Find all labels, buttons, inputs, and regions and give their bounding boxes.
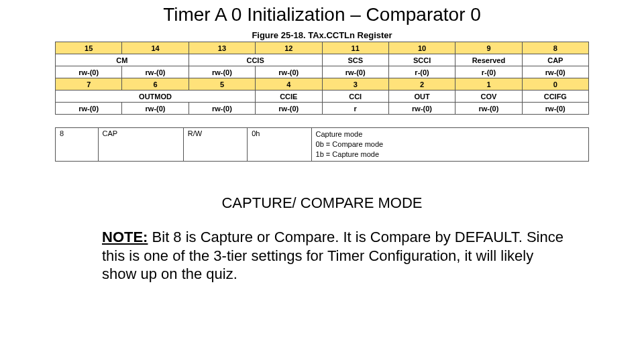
table-row: 8 CAP R/W 0h Capture mode0b = Compare mo… <box>56 128 589 162</box>
field-name-row: OUTMODCCIECCIOUTCOVCCIFG <box>56 90 589 103</box>
page-title: Timer A 0 Initialization – Comparator 0 <box>0 4 644 25</box>
bit-number-cell: 7 <box>56 78 122 90</box>
field-detail-table: 8 CAP R/W 0h Capture mode0b = Compare mo… <box>55 127 589 162</box>
slide: Timer A 0 Initialization – Comparator 0 … <box>0 0 644 362</box>
rw-row: rw-(0)rw-(0)rw-(0)rw-(0)rrw-(0)rw-(0)rw-… <box>56 103 589 115</box>
rw-cell: rw-(0) <box>455 103 522 115</box>
detail-reset: 0h <box>248 128 311 162</box>
bit-number-cell: 8 <box>522 42 588 54</box>
register-table-wrap: 15141312111098CMCCISSCSSCCIReservedCAPrw… <box>55 42 589 115</box>
field-name-row: CMCCISSCSSCCIReservedCAP <box>56 54 589 66</box>
bit-number-cell: 1 <box>455 78 522 90</box>
field-name-cell: Reserved <box>455 54 522 66</box>
field-name-cell: SCCI <box>388 54 455 66</box>
rw-cell: rw-(0) <box>388 103 455 115</box>
bit-number-cell: 15 <box>56 42 122 54</box>
field-detail-wrap: 8 CAP R/W 0h Capture mode0b = Compare mo… <box>55 127 589 162</box>
bit-number-cell: 10 <box>388 42 455 54</box>
bit-number-cell: 3 <box>322 78 388 90</box>
rw-cell: rw-(0) <box>56 66 122 78</box>
field-name-cell: CCIE <box>256 90 322 103</box>
bit-number-cell: 0 <box>522 78 588 90</box>
figure-caption: Figure 25-18. TAx.CCTLn Register <box>0 30 644 40</box>
detail-field: CAP <box>98 128 183 162</box>
detail-bit: 8 <box>56 128 99 162</box>
rw-cell: rw-(0) <box>189 103 255 115</box>
bit-number-cell: 2 <box>388 78 455 90</box>
bit-number-cell: 9 <box>455 42 522 54</box>
bit-number-cell: 4 <box>256 78 322 90</box>
rw-cell: rw-(0) <box>122 66 189 78</box>
field-name-cell: CM <box>56 54 189 66</box>
field-name-cell: CCIFG <box>522 90 588 103</box>
rw-cell: rw-(0) <box>122 103 189 115</box>
note-lead: NOTE: <box>102 229 148 245</box>
field-name-cell: OUTMOD <box>56 90 256 103</box>
rw-cell: rw-(0) <box>256 103 322 115</box>
detail-type: R/W <box>183 128 247 162</box>
field-name-cell: CCI <box>322 90 388 103</box>
note-text: NOTE: Bit 8 is Capture or Compare. It is… <box>102 228 565 284</box>
bit-number-cell: 6 <box>122 78 189 90</box>
bit-number-cell: 12 <box>256 42 322 54</box>
rw-cell: rw-(0) <box>322 66 388 78</box>
field-name-cell: CCIS <box>189 54 322 66</box>
bit-number-cell: 11 <box>322 42 388 54</box>
rw-cell: rw-(0) <box>256 66 322 78</box>
rw-cell: r-(0) <box>455 66 522 78</box>
rw-cell: rw-(0) <box>522 66 588 78</box>
rw-row: rw-(0)rw-(0)rw-(0)rw-(0)rw-(0)r-(0)r-(0)… <box>56 66 589 78</box>
rw-cell: rw-(0) <box>522 103 588 115</box>
note-body: Bit 8 is Capture or Compare. It is Compa… <box>102 229 564 282</box>
rw-cell: r <box>322 103 388 115</box>
bit-number-cell: 13 <box>189 42 255 54</box>
rw-cell: r-(0) <box>388 66 455 78</box>
detail-description: Capture mode0b = Compare mode1b = Captur… <box>311 128 588 162</box>
section-subtitle: CAPTURE/ COMPARE MODE <box>0 194 644 212</box>
bit-number-row: 15141312111098 <box>56 42 589 54</box>
field-name-cell: CAP <box>522 54 588 66</box>
bit-number-row: 76543210 <box>56 78 589 90</box>
field-name-cell: COV <box>455 90 522 103</box>
register-table: 15141312111098CMCCISSCSSCCIReservedCAPrw… <box>55 42 589 115</box>
bit-number-cell: 5 <box>189 78 255 90</box>
rw-cell: rw-(0) <box>56 103 122 115</box>
field-name-cell: SCS <box>322 54 388 66</box>
bit-number-cell: 14 <box>122 42 189 54</box>
field-name-cell: OUT <box>388 90 455 103</box>
rw-cell: rw-(0) <box>189 66 255 78</box>
